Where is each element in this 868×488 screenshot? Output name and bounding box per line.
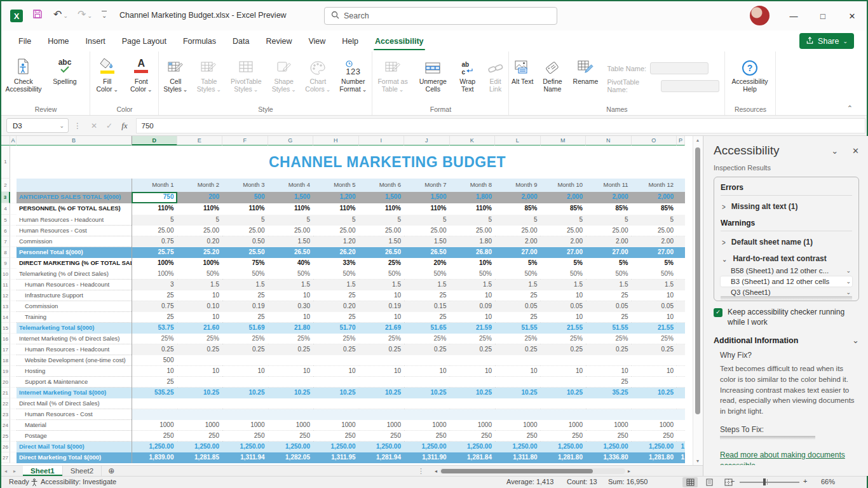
zoom-in-button[interactable]: + — [803, 477, 807, 485]
cell[interactable] — [541, 398, 587, 409]
cell[interactable]: 250 — [268, 431, 314, 442]
save-button[interactable] — [32, 8, 43, 22]
row-label[interactable]: Website Development (one-time cost) — [17, 355, 132, 366]
cell[interactable]: 0.25 — [359, 344, 405, 355]
cell[interactable]: 21.60 — [177, 323, 223, 334]
column-header-N[interactable]: N — [586, 136, 632, 146]
cell[interactable]: 50% — [404, 269, 450, 280]
cell[interactable]: 0.09 — [450, 301, 496, 312]
column-header-E[interactable]: E — [177, 136, 223, 146]
cell[interactable] — [495, 377, 541, 388]
define-name-button[interactable]: Define Name — [536, 55, 568, 95]
keep-checker-running-checkbox[interactable]: ✓ Keep accessibility checker running whi… — [714, 308, 859, 327]
row-label[interactable]: Human Resources - Headcount — [17, 280, 132, 290]
cell[interactable] — [541, 377, 587, 388]
cell-partial[interactable] — [677, 280, 685, 290]
cell[interactable]: 0.25 — [313, 344, 359, 355]
expand-icon[interactable]: > — [722, 202, 726, 210]
cell[interactable]: 10 — [222, 366, 268, 377]
cell[interactable]: 27.00 — [495, 247, 541, 258]
item-menu-icon[interactable]: ⌄ — [846, 268, 851, 274]
cell[interactable]: 51.70 — [313, 323, 359, 334]
cell[interactable]: 1.5 — [450, 280, 496, 290]
font-color-button[interactable]: A Font Color — [125, 55, 158, 95]
cell[interactable]: 250 — [404, 431, 450, 442]
row-header-27[interactable]: 27 — [1, 452, 10, 463]
cell[interactable]: 1.5 — [586, 280, 632, 290]
rename-button[interactable]: Rename — [569, 55, 601, 86]
cell[interactable]: 50% — [632, 269, 677, 280]
cell[interactable]: 0.25 — [450, 344, 496, 355]
cell[interactable]: 1,250.00 — [541, 442, 587, 452]
zoom-level[interactable]: 66% — [821, 478, 835, 485]
cell[interactable] — [404, 377, 450, 388]
cell[interactable]: 75% — [222, 258, 268, 269]
cell[interactable]: 50% — [541, 269, 587, 280]
cell[interactable]: 1000 — [495, 420, 541, 431]
cell[interactable]: 25.50 — [222, 247, 268, 258]
row-header-16[interactable]: 16 — [1, 334, 10, 344]
row-label[interactable]: Human Resources - Cost — [17, 409, 132, 420]
cell[interactable]: 27.00 — [541, 247, 587, 258]
cell[interactable]: 26.20 — [313, 247, 359, 258]
cell[interactable]: 1,250.00 — [313, 442, 359, 452]
cell[interactable]: 10.25 — [359, 388, 405, 398]
cell[interactable]: 2.00 — [632, 236, 677, 247]
cell[interactable] — [495, 409, 541, 420]
row-header-1[interactable]: 1 — [1, 146, 10, 179]
cell[interactable] — [268, 377, 314, 388]
cell[interactable]: 50% — [450, 269, 496, 280]
cell[interactable]: 0.25 — [404, 344, 450, 355]
cell[interactable]: 10.25 — [268, 388, 314, 398]
tab-file[interactable]: File — [10, 30, 39, 51]
cell[interactable]: 10 — [632, 290, 677, 301]
cell[interactable]: 51.65 — [404, 323, 450, 334]
cell[interactable]: 535.25 — [132, 388, 177, 398]
item-menu-icon[interactable]: ⌄ — [846, 289, 851, 295]
close-button[interactable]: ✕ — [837, 1, 867, 30]
collapse-ribbon-icon[interactable]: ⌃ — [847, 104, 853, 112]
read-more-link[interactable]: Read more about making documents accessi… — [720, 450, 859, 465]
zoom-slider-thumb[interactable] — [763, 478, 766, 485]
cell[interactable]: 0.25 — [632, 344, 677, 355]
cell[interactable]: 1.20 — [313, 236, 359, 247]
row-header-6[interactable]: 6 — [1, 226, 10, 236]
alt-text-button[interactable]: Alt Text — [510, 55, 535, 86]
column-header-G[interactable]: G — [268, 136, 314, 146]
cell[interactable]: 25 — [132, 312, 177, 323]
cell[interactable]: 2.00 — [586, 236, 632, 247]
sheet-nav-right-icon[interactable]: ▸ — [13, 468, 16, 474]
select-all-corner[interactable] — [1, 136, 10, 146]
cell[interactable] — [268, 398, 314, 409]
cell[interactable]: 1,250.00 — [495, 442, 541, 452]
cell[interactable]: 85% — [541, 203, 587, 215]
row-header-9[interactable]: 9 — [1, 258, 10, 269]
cell[interactable] — [177, 398, 223, 409]
cell[interactable]: 25 — [132, 377, 177, 388]
cell[interactable]: 26.50 — [359, 247, 405, 258]
cell[interactable]: 10 — [632, 366, 677, 377]
row-label[interactable]: Direct Mail Total $(000) — [17, 442, 132, 452]
cell[interactable]: 10.25 — [632, 388, 677, 398]
cell[interactable] — [222, 398, 268, 409]
cell[interactable] — [359, 409, 405, 420]
search-box[interactable]: Search — [324, 7, 557, 25]
row-label[interactable]: Hosting — [17, 366, 132, 377]
row-header-11[interactable]: 11 — [1, 280, 10, 290]
cell[interactable]: 1,250.00 — [268, 442, 314, 452]
cell[interactable]: 250 — [632, 431, 677, 442]
cell[interactable]: 1.5 — [541, 280, 587, 290]
cell-partial[interactable]: 1 — [677, 442, 685, 452]
cell[interactable]: 33% — [313, 258, 359, 269]
cell[interactable]: 250 — [313, 431, 359, 442]
cell[interactable] — [177, 409, 223, 420]
contrast-item-2[interactable]: B3 (Sheet1) and 12 other cells⌄ — [721, 276, 852, 287]
item-menu-icon[interactable]: ⌄ — [846, 278, 851, 285]
cell[interactable]: 1,281.80 — [632, 452, 677, 463]
cell[interactable]: 25% — [132, 334, 177, 344]
cell-partial[interactable] — [677, 269, 685, 280]
cell[interactable]: 110% — [177, 203, 223, 215]
column-header-F[interactable]: F — [222, 136, 268, 146]
cell-partial[interactable] — [677, 236, 685, 247]
cell[interactable]: 50% — [359, 269, 405, 280]
